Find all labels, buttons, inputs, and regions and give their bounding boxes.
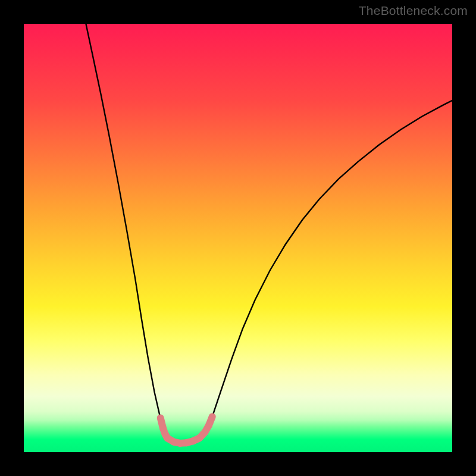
bottleneck-curve [86,24,452,443]
outer-frame: TheBottleneck.com [0,0,476,476]
curve-layer [24,24,452,452]
watermark-text: TheBottleneck.com [359,4,468,18]
plot-area [24,24,452,452]
valley-highlight [161,416,212,443]
